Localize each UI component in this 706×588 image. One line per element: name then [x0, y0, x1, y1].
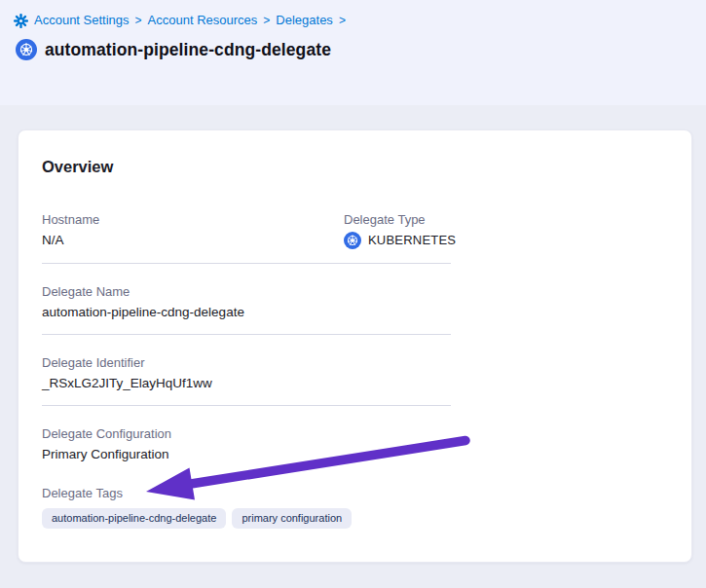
title-row: automation-pipeline-cdng-delegate	[16, 39, 692, 60]
kubernetes-icon	[344, 232, 361, 249]
gear-icon	[14, 14, 28, 28]
page-title: automation-pipeline-cdng-delegate	[45, 40, 331, 60]
breadcrumb-separator: >	[339, 13, 346, 28]
field-delegate-configuration: Delegate Configuration Primary Configura…	[42, 425, 451, 464]
section-divider	[42, 263, 451, 264]
page-header: Account Settings > Account Resources > D…	[0, 0, 706, 105]
field-row-hostname-type: Hostname N/A Delegate Type	[42, 211, 451, 250]
delegate-tag: automation-pipeline-cdng-delegate	[42, 508, 226, 529]
hostname-value: N/A	[42, 231, 344, 250]
kubernetes-icon	[16, 39, 37, 60]
delegate-name-label: Delegate Name	[42, 283, 451, 301]
delegate-configuration-value: Primary Configuration	[42, 445, 451, 464]
overview-card: Overview Hostname N/A Delegate Type	[18, 129, 692, 563]
breadcrumb-delegates[interactable]: Delegates	[276, 13, 333, 28]
breadcrumb-separator: >	[135, 13, 142, 28]
field-delegate-type: Delegate Type	[344, 211, 456, 250]
hostname-label: Hostname	[42, 211, 344, 229]
breadcrumb: Account Settings > Account Resources > D…	[14, 13, 692, 28]
breadcrumb-account-resources[interactable]: Account Resources	[148, 13, 258, 28]
field-delegate-tags: Delegate Tags automation-pipeline-cdng-d…	[42, 485, 451, 529]
field-delegate-name: Delegate Name automation-pipeline-cdng-d…	[42, 283, 451, 322]
delegate-identifier-label: Delegate Identifier	[42, 354, 451, 372]
section-divider	[42, 405, 451, 406]
delegate-name-value: automation-pipeline-cdng-delegate	[42, 303, 451, 322]
field-delegate-identifier: Delegate Identifier _RSxLG2JITy_ElayHqUf…	[42, 354, 451, 393]
section-divider	[42, 334, 451, 335]
field-hostname: Hostname N/A	[42, 211, 344, 250]
delegate-configuration-label: Delegate Configuration	[42, 425, 451, 443]
delegate-tag: primary configuration	[232, 508, 352, 529]
delegate-type-value: KUBERNETES	[368, 231, 456, 250]
delegate-type-label: Delegate Type	[344, 211, 456, 229]
breadcrumb-separator: >	[263, 13, 270, 28]
breadcrumb-account-settings[interactable]: Account Settings	[34, 13, 130, 28]
delegate-identifier-value: _RSxLG2JITy_ElayHqUf1ww	[42, 374, 451, 393]
delegate-tags-list: automation-pipeline-cdng-delegate primar…	[42, 508, 451, 529]
overview-heading: Overview	[42, 157, 668, 176]
delegate-tags-label: Delegate Tags	[42, 485, 451, 502]
